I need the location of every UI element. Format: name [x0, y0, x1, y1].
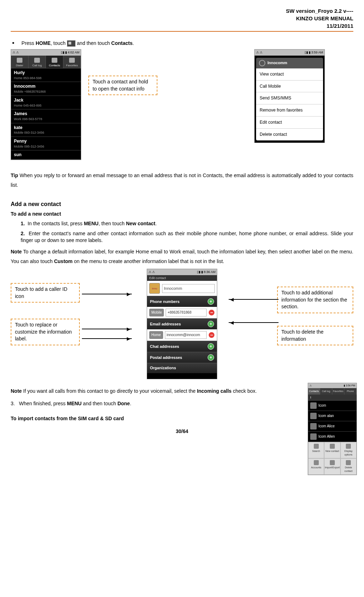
list-item[interactable]: Icom Allen — [308, 432, 357, 442]
contact-icon — [259, 60, 265, 66]
list-item[interactable]: Icom alan — [308, 411, 357, 421]
email-value-input[interactable]: innocomm@innocom — [165, 331, 207, 339]
alert-icon: ⚠ — [260, 50, 262, 55]
callout-delete-info: Touch to delete the information — [277, 326, 353, 345]
alert-icon: ⚠ — [152, 270, 155, 274]
menu-send-sms[interactable]: Send SMS/MMS — [256, 92, 323, 104]
contact-item[interactable]: sun — [11, 150, 81, 160]
menu-remove-favorites[interactable]: Remove from favorites — [256, 104, 323, 117]
list-item[interactable]: Icom Alice — [308, 421, 357, 432]
import-screenshot: ⚠ ▮ 3:56 PM Contacts Call log Favorites … — [308, 383, 357, 475]
name-row: inno Innocomm — [147, 281, 217, 296]
tab-contacts[interactable]: Contacts — [308, 388, 320, 395]
note2-paragraph: Note If you want all calls from this con… — [11, 386, 296, 396]
tip-label: Tip — [11, 173, 18, 178]
add-icon[interactable]: + — [208, 354, 214, 361]
app-grid-icon — [67, 40, 76, 47]
arrow — [82, 294, 132, 294]
search-icon — [314, 444, 319, 449]
contact-item[interactable]: InnocommMobile +88635781868 — [11, 82, 81, 96]
page-number: 30/64 — [11, 428, 353, 435]
trash-icon — [346, 460, 351, 465]
step-2: 2. Enter the contact's name and other co… — [19, 230, 353, 244]
battery-icon: ▮ — [309, 50, 311, 55]
remove-icon[interactable]: − — [208, 332, 215, 338]
org-section: Organizations — [147, 363, 217, 373]
contacts-icon — [52, 58, 57, 63]
step-3: 3. When finished, press MENU and then to… — [11, 399, 296, 408]
email-label-btn[interactable]: Home — [149, 331, 163, 339]
menu-view-contact[interactable]: View contact — [256, 68, 323, 81]
menu-search[interactable]: Search — [308, 442, 324, 458]
edit-title: Edit contact — [147, 275, 217, 281]
add-icon — [330, 444, 335, 449]
incoming-calls-label: Incoming calls — [197, 388, 232, 394]
status-bar: ⚠ ▮ 3:56 PM — [308, 383, 357, 388]
add-icon[interactable]: + — [208, 321, 214, 327]
edit-contact-diagram: Touch to add a caller ID icon Touch to r… — [11, 269, 353, 379]
contact-item[interactable]: JamesWork 098-563-5778 — [11, 109, 81, 123]
contact-item[interactable]: JackHome 045-663-895 — [11, 96, 81, 109]
custom-label: Custom — [54, 258, 73, 264]
menu-delete-contact[interactable]: Delete contact — [340, 458, 357, 475]
menu-display-options[interactable]: Display options — [340, 442, 357, 458]
tab-contacts[interactable]: Contacts — [46, 56, 63, 68]
avatar-icon — [310, 423, 317, 429]
steps-list: 1. In the contacts list, press MENU, the… — [11, 220, 353, 244]
menu-accounts[interactable]: Accounts — [308, 458, 324, 475]
intro-text: Press HOME, touch and then touch Contact… — [21, 40, 134, 47]
signal-icon: ▮ — [344, 384, 345, 387]
add-icon[interactable]: + — [208, 298, 214, 305]
list-item[interactable]: Icom — [308, 401, 357, 411]
note-label: Note — [11, 249, 22, 254]
tab-row: Dialer Call log Contacts Favorites — [11, 56, 81, 68]
menu-label: MENU — [84, 221, 98, 226]
contact-item[interactable]: HurlyHome 853-984-598 — [11, 68, 81, 82]
done-label: Done — [118, 401, 130, 406]
arrow — [82, 338, 132, 339]
favorites-icon — [69, 58, 75, 63]
name-input[interactable]: Innocomm — [162, 284, 215, 293]
options-menu: Search New contact Display options Accou… — [308, 442, 357, 474]
arrow — [82, 329, 132, 329]
remove-icon[interactable]: − — [208, 309, 215, 316]
clock-time: 8:36 AM — [204, 270, 215, 274]
tab-phone[interactable]: Phone — [344, 388, 357, 395]
phone-row: Mobile +88635781868 − — [147, 307, 217, 318]
accounts-icon — [314, 460, 319, 465]
menu-delete-contact[interactable]: Delete contact — [256, 129, 323, 140]
bullet-dot: • — [12, 39, 14, 48]
callout-add-info: Touch to add additional information for … — [277, 287, 353, 313]
phone-label-btn[interactable]: Mobile — [149, 309, 164, 316]
phone-section: Phone numbers+ — [147, 296, 217, 307]
menu-new-contact[interactable]: New contact — [324, 442, 340, 458]
tab-dialer[interactable]: Dialer — [11, 56, 28, 68]
contact-item[interactable]: kateMobile 093-312-3456 — [11, 123, 81, 137]
tab-call-log[interactable]: Call log — [320, 388, 332, 395]
step-1: 1. In the contacts list, press MENU, the… — [19, 220, 353, 227]
menu-call-mobile[interactable]: Call Mobile — [256, 81, 323, 93]
postal-section: Postal addresses+ — [147, 352, 217, 363]
menu-edit-contact[interactable]: Edit contact — [256, 117, 323, 129]
avatar-icon — [310, 402, 317, 409]
contact-item[interactable]: PennyMobile 095-312-3456 — [11, 137, 81, 150]
intro-bullet: • Press HOME, touch and then touch Conta… — [11, 39, 353, 48]
email-section: Email addresses+ — [147, 318, 217, 329]
chat-section: Chat addresses+ — [147, 341, 217, 352]
tab-favorites[interactable]: Favorites — [63, 56, 81, 68]
dialer-icon — [17, 58, 22, 63]
menu-import-export[interactable]: Import/Export — [324, 458, 340, 475]
battery-icon: ▮ — [65, 50, 67, 55]
tab-call-log[interactable]: Call log — [28, 56, 46, 68]
arrow — [229, 299, 279, 300]
add-icon[interactable]: + — [208, 343, 214, 350]
tab-favorites[interactable]: Favorites — [332, 388, 344, 395]
battery-icon: ▮ — [201, 270, 203, 274]
avatar-icon[interactable]: inno — [149, 283, 160, 294]
alert-icon: ⚠ — [149, 270, 151, 274]
tab-row: Contacts Call log Favorites Phone — [308, 388, 357, 395]
section-letter: I — [308, 395, 357, 401]
status-bar: ⚠⚠ ▯▮▮3:59 AM — [255, 50, 324, 56]
phone-value-input[interactable]: +88635781868 — [166, 309, 207, 316]
callout-caller-id: Touch to add a caller ID icon — [11, 283, 80, 303]
